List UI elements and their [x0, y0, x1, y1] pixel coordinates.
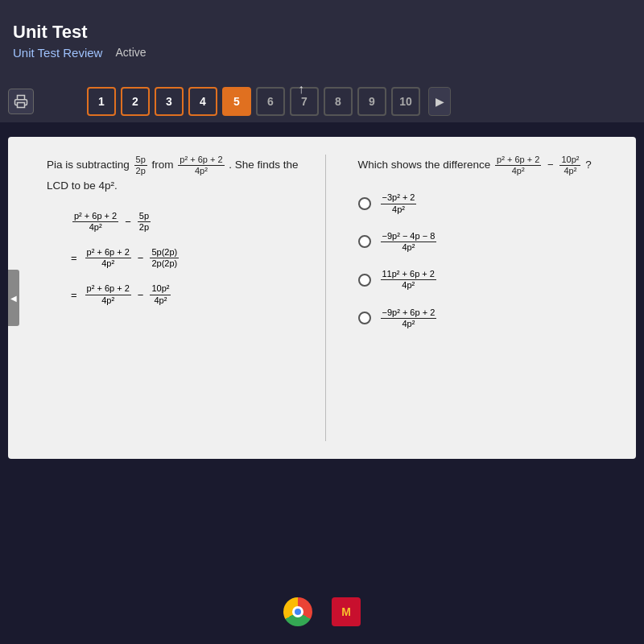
option-d: −9p² + 6p + 2 4p²	[358, 308, 613, 329]
radio-b[interactable]	[358, 235, 371, 248]
work-line-3: = p² + 6p + 2 4p² − 10p² 4p²	[71, 283, 301, 305]
page-btn-10[interactable]: 10	[391, 87, 420, 116]
wl1-frac2: 5p 2p	[138, 211, 151, 233]
content-area: ◀ Pia is subtracting 5p 2p from p² + 6p …	[8, 137, 636, 459]
taskbar: M	[0, 580, 644, 644]
problem-statement: Pia is subtracting 5p 2p from p² + 6p + …	[47, 155, 301, 196]
right-panel: Which shows the difference p² + 6p + 2 4…	[350, 155, 613, 441]
chrome-inner	[292, 606, 303, 617]
page-btn-3[interactable]: 3	[155, 87, 184, 116]
q-frac2: 10p² 4p²	[559, 155, 580, 176]
q-frac1: p² + 6p + 2 4p²	[495, 155, 541, 176]
page-btn-7[interactable]: 7	[290, 87, 319, 116]
option-c: 11p² + 6p + 2 4p²	[358, 269, 613, 291]
chrome-ring	[283, 597, 312, 626]
page-btn-8[interactable]: 8	[324, 87, 353, 116]
radio-a[interactable]	[358, 197, 371, 210]
page-btn-2[interactable]: 2	[121, 87, 150, 116]
status-badge: Active	[115, 46, 146, 59]
page-btn-6[interactable]: 6	[256, 87, 285, 116]
work-line-1: p² + 6p + 2 4p² − 5p 2p	[71, 211, 301, 233]
nav-bar: 1 2 3 4 5 6 7 8 9 10 ↑ ▶	[0, 80, 644, 122]
option-a-fraction: −3p² + 2 4p²	[381, 192, 417, 214]
work-line-2: = p² + 6p + 2 4p² − 5p(2p) 2p(2p)	[71, 247, 301, 269]
option-b: −9p² − 4p − 8 4p²	[358, 231, 613, 253]
option-b-fraction: −9p² − 4p − 8 4p²	[381, 231, 437, 253]
page-btn-4[interactable]: 4	[188, 87, 217, 116]
page-btn-5[interactable]: 5	[222, 87, 251, 116]
fraction-p2-6p-2-4p2: p² + 6p + 2 4p²	[178, 155, 224, 176]
work-steps: p² + 6p + 2 4p² − 5p 2p = p² + 6p + 2 4p…	[47, 211, 301, 306]
panel-divider	[325, 155, 326, 441]
wl3-frac2: 10p² 4p²	[150, 283, 171, 305]
answer-options: −3p² + 2 4p² −9p² − 4p − 8 4p²	[358, 192, 613, 329]
svg-rect-0	[18, 103, 25, 108]
radio-d[interactable]	[358, 312, 371, 324]
page-btn-1[interactable]: 1	[87, 87, 116, 116]
option-d-fraction: −9p² + 6p + 2 4p²	[381, 308, 437, 329]
main-content: ◀ Pia is subtracting 5p 2p from p² + 6p …	[0, 122, 644, 465]
wl3-frac1: p² + 6p + 2 4p²	[85, 283, 131, 305]
side-tab[interactable]: ◀	[8, 270, 19, 326]
mn-logo: M	[332, 597, 361, 626]
page-btn-9[interactable]: 9	[357, 87, 386, 116]
wl2-frac2: 5p(2p) 2p(2p)	[150, 247, 179, 269]
chrome-taskbar-icon[interactable]	[280, 594, 316, 630]
fraction-5p-2p: 5p 2p	[134, 155, 147, 176]
top-bar: Unit Test Unit Test Review Active	[0, 0, 644, 80]
option-a: −3p² + 2 4p²	[358, 192, 613, 214]
question-text: Which shows the difference p² + 6p + 2 4…	[358, 155, 613, 176]
option-c-fraction: 11p² + 6p + 2 4p²	[381, 269, 436, 291]
next-page-arrow[interactable]: ▶	[428, 87, 451, 116]
wl1-frac1: p² + 6p + 2 4p²	[72, 211, 118, 233]
wl2-frac1: p² + 6p + 2 4p²	[85, 247, 131, 269]
page-title: Unit Test	[13, 22, 631, 43]
radio-c[interactable]	[358, 274, 371, 287]
subtitle-label: Unit Test Review	[13, 46, 102, 60]
mn-taskbar-icon[interactable]: M	[328, 594, 364, 630]
left-panel: Pia is subtracting 5p 2p from p² + 6p + …	[40, 155, 301, 441]
print-icon[interactable]	[8, 89, 34, 114]
